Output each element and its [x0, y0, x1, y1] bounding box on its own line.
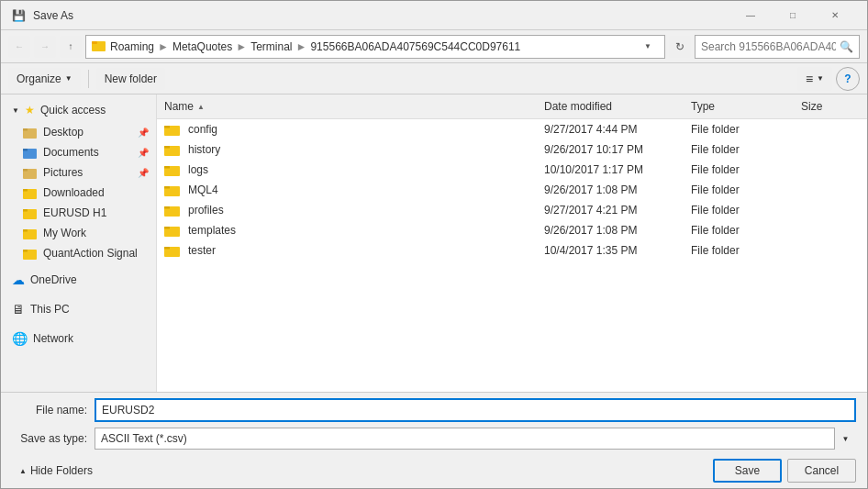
file-size-cell — [794, 208, 867, 212]
file-name-cell: MQL4 — [157, 182, 537, 198]
file-type-cell: File folder — [684, 222, 794, 239]
address-bar[interactable]: Roaming ► MetaQuotes ► Terminal ► 915566… — [85, 35, 665, 59]
header-size[interactable]: Size — [794, 98, 867, 115]
folder-icon — [164, 163, 181, 176]
svg-rect-1 — [92, 41, 97, 44]
sidebar-item-downloaded[interactable]: Downloaded — [1, 183, 156, 203]
close-button[interactable]: ✕ — [814, 10, 856, 20]
file-type-cell: File folder — [684, 141, 794, 158]
svg-rect-27 — [164, 227, 170, 229]
file-name-text: profiles — [188, 204, 224, 217]
file-size-cell — [794, 228, 867, 232]
documents-folder-icon — [23, 146, 38, 159]
save-button[interactable]: Save — [713, 459, 782, 483]
organize-label: Organize — [17, 72, 61, 85]
file-date-cell: 9/26/2017 1:08 PM — [537, 222, 684, 239]
hide-folders-toggle[interactable]: ▲ Hide Folders — [12, 461, 100, 481]
table-row[interactable]: templates 9/26/2017 1:08 PM File folder — [157, 220, 867, 240]
bottom-bar: File name: Save as type: ASCII Text (*.c… — [1, 392, 867, 488]
title-bar: 💾 Save As — □ ✕ — [1, 1, 867, 30]
quick-access-star-icon: ★ — [25, 104, 35, 117]
sidebar-item-desktop[interactable]: Desktop 📌 — [1, 122, 156, 142]
filetype-select[interactable]: ASCII Text (*.csv) — [95, 428, 856, 450]
mywork-folder-icon — [23, 227, 38, 239]
folder-icon — [164, 224, 181, 237]
toolbar-separator — [88, 70, 89, 88]
maximize-button[interactable]: □ — [772, 10, 814, 20]
table-row[interactable]: logs 10/10/2017 1:17 PM File folder — [157, 160, 867, 180]
desktop-folder-icon — [23, 126, 38, 139]
view-button[interactable]: ≡ ▼ — [797, 67, 832, 91]
header-name[interactable]: Name ▲ — [157, 98, 537, 115]
file-type-cell: File folder — [684, 202, 794, 218]
svg-rect-3 — [23, 128, 28, 131]
file-date-cell: 9/27/2017 4:21 PM — [537, 202, 684, 218]
table-row[interactable]: config 9/27/2017 4:44 PM File folder — [157, 119, 867, 139]
desktop-pin-icon: 📌 — [138, 128, 149, 138]
folder-icon — [164, 143, 181, 156]
table-row[interactable]: MQL4 9/26/2017 1:08 PM File folder — [157, 180, 867, 200]
sidebar-item-eurusd[interactable]: EURUSD H1 — [1, 203, 156, 223]
header-name-label: Name — [164, 100, 194, 113]
forward-button[interactable]: → — [34, 36, 56, 58]
main-content: ▼ ★ Quick access Desktop 📌 — [1, 94, 867, 392]
file-date-cell: 9/26/2017 10:17 PM — [537, 141, 684, 158]
folder-icon — [164, 183, 181, 196]
new-folder-button[interactable]: New folder — [96, 68, 165, 90]
search-input[interactable] — [701, 40, 836, 53]
file-name-text: templates — [188, 224, 236, 237]
network-section: 🌐 Network — [1, 326, 156, 351]
thispc-item[interactable]: 🖥 This PC — [1, 296, 156, 322]
minimize-button[interactable]: — — [729, 10, 772, 20]
breadcrumb-id[interactable]: 915566BA06ADA407569C544CC0D97611 — [310, 40, 520, 53]
toolbar: Organize ▼ New folder ≡ ▼ ? — [1, 63, 867, 94]
quick-access-header[interactable]: ▼ ★ Quick access — [1, 98, 156, 122]
table-row[interactable]: tester 10/4/2017 1:35 PM File folder — [157, 240, 867, 261]
sidebar-item-pictures[interactable]: Pictures 📌 — [1, 162, 156, 183]
back-button[interactable]: ← — [8, 36, 30, 58]
file-type-cell: File folder — [684, 182, 794, 198]
refresh-button[interactable]: ↻ — [669, 36, 691, 58]
sidebar-desktop-label: Desktop — [43, 126, 83, 139]
sidebar-documents-label: Documents — [43, 146, 99, 159]
svg-rect-21 — [164, 166, 170, 169]
network-item[interactable]: 🌐 Network — [1, 326, 156, 351]
cancel-label: Cancel — [805, 464, 839, 477]
file-name-text: logs — [188, 163, 208, 176]
action-row: ▲ Hide Folders Save Cancel — [12, 455, 856, 483]
help-button[interactable]: ? — [836, 67, 860, 91]
nav-bar: ← → ↑ Roaming ► MetaQuotes ► Terminal ► … — [1, 30, 867, 63]
header-date[interactable]: Date modified — [537, 98, 684, 115]
file-name-text: history — [188, 143, 220, 156]
sidebar-item-documents[interactable]: Documents 📌 — [1, 142, 156, 162]
table-row[interactable]: history 9/26/2017 10:17 PM File folder — [157, 139, 867, 160]
header-type[interactable]: Type — [684, 98, 794, 115]
file-name-text: tester — [188, 244, 216, 257]
sort-arrow-icon: ▲ — [197, 103, 205, 111]
up-button[interactable]: ↑ — [60, 36, 82, 58]
sidebar-pictures-label: Pictures — [43, 166, 83, 179]
breadcrumb-roaming[interactable]: Roaming — [110, 40, 154, 53]
svg-rect-17 — [164, 126, 170, 128]
title-bar-left: 💾 Save As — [12, 9, 73, 22]
breadcrumb-metaquotes[interactable]: MetaQuotes — [172, 40, 232, 53]
quick-access-section: ▼ ★ Quick access Desktop 📌 — [1, 98, 156, 263]
file-list: Name ▲ Date modified Type Size — [157, 94, 867, 392]
breadcrumb-terminal[interactable]: Terminal — [250, 40, 292, 53]
sidebar-eurusd-label: EURUSD H1 — [43, 206, 106, 219]
address-folder-icon — [92, 39, 106, 54]
address-dropdown-button[interactable]: ▼ — [637, 36, 659, 58]
sidebar-item-quantaction[interactable]: QuantAction Signal — [1, 243, 156, 263]
table-row[interactable]: profiles 9/27/2017 4:21 PM File folder — [157, 200, 867, 220]
svg-rect-7 — [23, 169, 28, 172]
sidebar-item-mywork[interactable]: My Work — [1, 223, 156, 243]
svg-rect-15 — [23, 250, 28, 252]
file-date-cell: 10/4/2017 1:35 PM — [537, 242, 684, 259]
onedrive-item[interactable]: ☁ OneDrive — [1, 267, 156, 293]
cancel-button[interactable]: Cancel — [787, 459, 856, 483]
filename-input[interactable] — [95, 398, 856, 422]
file-size-cell — [794, 168, 867, 172]
filetype-select-wrapper: ASCII Text (*.csv) ▼ — [95, 428, 856, 450]
folder-icon — [164, 244, 181, 257]
organize-button[interactable]: Organize ▼ — [8, 68, 81, 90]
